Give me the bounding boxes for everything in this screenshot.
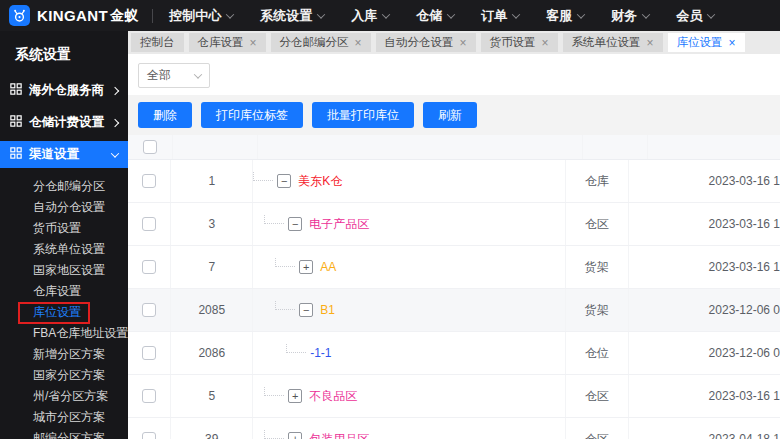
row-date-cell: 2023-04-18 1 [629,418,780,439]
tab-自动分仓设置[interactable]: 自动分仓设置× [376,33,476,52]
button-打印库位标签[interactable]: 打印库位标签 [201,102,303,128]
sidebar-item-新增分区方案[interactable]: 新增分区方案 [0,344,128,365]
collapse-icon[interactable]: − [299,303,313,317]
row-type-cell: 仓位 [566,332,629,374]
sidebar-group-渠道设置[interactable]: 渠道设置 [0,141,128,168]
row-id-cell: 2085 [171,289,253,331]
button-删除[interactable]: 删除 [138,102,192,128]
tree-connector [275,258,295,267]
row-checkbox-cell [128,418,171,439]
close-icon[interactable]: × [647,37,654,49]
tab-分仓邮编分区[interactable]: 分仓邮编分区× [271,33,371,52]
nav-item-label: 控制中心 [169,7,221,25]
nav-item-客服[interactable]: 客服 [546,7,584,25]
nav-item-控制中心[interactable]: 控制中心 [169,7,233,25]
row-date-cell: 2023-12-06 0 [629,289,780,331]
tab-库位设置[interactable]: 库位设置× [668,33,745,52]
nav-item-仓储[interactable]: 仓储 [416,7,454,25]
location-name-link[interactable]: 电子产品区 [309,216,369,233]
location-name-link[interactable]: AA [320,260,336,274]
location-name-link[interactable]: B1 [320,303,335,317]
location-name-link[interactable]: -1-1 [310,346,331,360]
location-type-select[interactable]: 全部 [138,63,210,88]
row-checkbox[interactable] [142,174,156,188]
sidebar-item-库位设置[interactable]: 库位设置 [0,302,128,323]
row-id-cell: 2086 [171,332,253,374]
sidebar-item-城市分区方案[interactable]: 城市分区方案 [0,407,128,428]
table-row: 5+不良品区仓区2023-03-16 1 [128,375,780,418]
nav-item-label: 订单 [481,7,507,25]
location-name-link[interactable]: 不良品区 [309,388,357,405]
row-name-cell: +AA [253,246,566,288]
expand-icon[interactable]: + [288,432,302,439]
button-批量打印库位[interactable]: 批量打印库位 [312,102,414,128]
close-icon[interactable]: × [355,37,362,49]
close-icon[interactable]: × [250,37,257,49]
tree-connector [275,301,295,310]
toolbar: 删除打印库位标签批量打印库位刷新 [128,95,780,135]
table-row: 7+AA货架2023-03-16 1 [128,246,780,289]
row-id-cell: 3 [171,203,253,245]
tab-系统单位设置[interactable]: 系统单位设置× [563,33,663,52]
nav-item-label: 客服 [546,7,572,25]
sidebar-item-国家地区设置[interactable]: 国家地区设置 [0,260,128,281]
row-name-cell: +不良品区 [253,375,566,417]
chevron-down-icon [317,10,325,18]
header-date-cell [648,135,728,159]
row-checkbox[interactable] [142,432,156,439]
sidebar-item-自动分仓设置[interactable]: 自动分仓设置 [0,197,128,218]
chevron-down-icon [642,10,650,18]
row-type-cell: 仓区 [566,375,629,417]
row-id-cell: 39 [171,418,253,439]
row-checkbox[interactable] [142,217,156,231]
sidebar-item-州/省分区方案[interactable]: 州/省分区方案 [0,386,128,407]
row-id-cell: 5 [171,375,253,417]
header-checkbox-cell [128,135,173,159]
nav-item-订单[interactable]: 订单 [481,7,519,25]
close-icon[interactable]: × [729,37,736,49]
close-icon[interactable]: × [542,37,549,49]
grid-icon [10,83,22,98]
close-icon[interactable]: × [460,37,467,49]
collapse-icon[interactable]: − [288,217,302,231]
location-name-link[interactable]: 包装用品区 [309,431,369,439]
expand-icon[interactable]: + [299,260,313,274]
select-all-checkbox[interactable] [143,140,157,154]
button-刷新[interactable]: 刷新 [423,102,477,128]
nav-item-会员[interactable]: 会员 [676,7,714,25]
row-checkbox[interactable] [142,303,156,317]
header-name-cell [258,135,583,159]
chevron-down-icon [226,10,234,18]
expand-icon[interactable]: + [288,389,302,403]
tab-仓库设置[interactable]: 仓库设置× [189,33,266,52]
tab-label: 控制台 [140,35,175,50]
sidebar-item-分仓邮编分区[interactable]: 分仓邮编分区 [0,176,128,197]
sidebar-group-仓储计费设置[interactable]: 仓储计费设置 [0,109,128,136]
nav-item-财务[interactable]: 财务 [611,7,649,25]
header-id-cell [173,135,258,159]
sidebar-item-邮编分区方案[interactable]: 邮编分区方案 [0,428,128,439]
sidebar-item-FBA仓库地址设置[interactable]: FBA仓库地址设置 [0,323,128,344]
sidebar-item-系统单位设置[interactable]: 系统单位设置 [0,239,128,260]
location-name-link[interactable]: 美东K仓 [298,173,342,190]
nav-item-系统设置[interactable]: 系统设置 [260,7,324,25]
table-row: 2086-1-1仓位2023-12-06 0 [128,332,780,375]
sidebar: 系统设置 海外仓服务商仓储计费设置渠道设置 分仓邮编分区自动分仓设置货币设置系统… [0,31,128,439]
chevron-down-icon [194,70,202,78]
row-checkbox[interactable] [142,260,156,274]
row-checkbox[interactable] [142,389,156,403]
sidebar-item-国家分区方案[interactable]: 国家分区方案 [0,365,128,386]
row-checkbox-cell [128,375,171,417]
row-checkbox[interactable] [142,346,156,360]
tab-货币设置[interactable]: 货币设置× [481,33,558,52]
tab-控制台[interactable]: 控制台 [131,33,184,52]
collapse-icon[interactable]: − [277,174,291,188]
row-type-cell: 货架 [566,289,629,331]
sidebar-item-货币设置[interactable]: 货币设置 [0,218,128,239]
nav-item-入库[interactable]: 入库 [351,7,389,25]
sidebar-item-仓库设置[interactable]: 仓库设置 [0,281,128,302]
table-row: 39+包装用品区仓区2023-04-18 1 [128,418,780,439]
sidebar-group-海外仓服务商[interactable]: 海外仓服务商 [0,77,128,104]
brand-name: KINGANT [37,7,108,24]
row-id-cell: 7 [171,246,253,288]
